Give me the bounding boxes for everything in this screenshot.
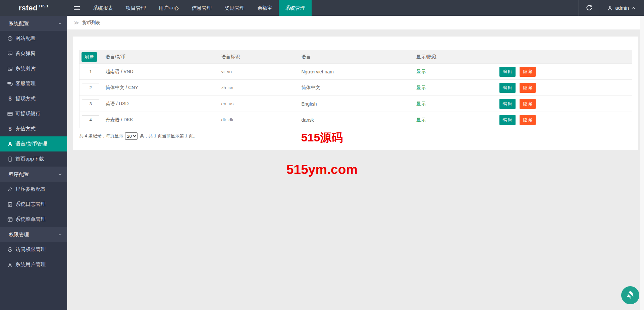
sidebar-item-access-permission[interactable]: 访问权限管理 xyxy=(0,242,67,257)
pagination: 共 4 条记录，每页显示 20 条，共 1 页当前显示第 1 页。 xyxy=(79,132,632,140)
table-header-row: 刷新 语言/货币 语言标识 语言 显示/隐藏 xyxy=(79,50,632,64)
user-menu[interactable]: admin xyxy=(600,0,644,16)
sidebar-item-system-menu[interactable]: 系统菜单管理 xyxy=(0,212,67,227)
mobile-icon xyxy=(7,157,13,162)
col-header-code: 语言标识 xyxy=(221,50,302,64)
status-cell: 显示 xyxy=(417,80,499,96)
clipboard-icon xyxy=(7,202,13,207)
hide-button[interactable]: 隐藏 xyxy=(520,83,536,93)
dollar-icon: $ xyxy=(7,126,13,132)
row-index-input[interactable] xyxy=(82,115,99,124)
sidebar-group-permission[interactable]: 权限管理 xyxy=(0,227,67,242)
nav-tab-user-center[interactable]: 用户中心 xyxy=(152,0,185,16)
nav-tab-system-management[interactable]: 系统管理 xyxy=(279,0,312,16)
row-index-input[interactable] xyxy=(82,83,99,92)
sidebar-item-system-logs[interactable]: 系统日志管理 xyxy=(0,197,67,212)
language-cell: Người việt nam xyxy=(302,64,417,80)
page-size-select[interactable]: 20 xyxy=(125,132,138,140)
table-row: 丹麦语 / DKK dk_dk dansk 显示 编辑 隐藏 xyxy=(79,112,632,128)
chevron-down-icon xyxy=(58,172,62,176)
sidebar-item-program-params[interactable]: 程序参数配置 xyxy=(0,182,67,197)
bank-card-icon xyxy=(7,111,13,117)
sidebar: 系统配置 网站配置 首页弹窗 系统图片 客服管理 $ 提现方式 可提现银行 $ … xyxy=(0,16,67,310)
sidebar-item-label: 可提现银行 xyxy=(15,111,41,117)
user-icon xyxy=(7,262,13,267)
currency-cell: 丹麦语 / DKK xyxy=(106,112,221,128)
sidebar-group-label: 权限管理 xyxy=(9,232,29,237)
edit-button[interactable]: 编辑 xyxy=(499,115,516,125)
sidebar-group-system-config[interactable]: 系统配置 xyxy=(0,16,67,31)
row-index-input[interactable] xyxy=(82,99,99,108)
nav-tab-project-management[interactable]: 项目管理 xyxy=(119,0,152,16)
table-row: 简体中文 / CNY zh_cn 简体中文 显示 编辑 隐藏 xyxy=(79,80,632,96)
sidebar-item-system-users[interactable]: 系统用户管理 xyxy=(0,257,67,272)
brand-version: TP5.1 xyxy=(39,4,48,8)
row-index-input[interactable] xyxy=(82,67,99,76)
currency-cell: 越南语 / VND xyxy=(106,64,221,80)
col-header-currency: 语言/货币 xyxy=(106,50,221,64)
language-cell: dansk xyxy=(302,112,417,128)
sidebar-item-label: 系统图片 xyxy=(15,65,36,72)
sidebar-item-language-currency[interactable]: A 语言/货币管理 xyxy=(0,136,67,151)
notification-off-button[interactable] xyxy=(621,286,639,304)
topbar-right: admin xyxy=(578,0,644,16)
shield-check-icon xyxy=(7,247,13,252)
code-cell: dk_dk xyxy=(221,112,302,128)
col-header-language: 语言 xyxy=(302,50,417,64)
pagination-text-before: 共 4 条记录，每页显示 xyxy=(79,133,123,139)
breadcrumb-bar: ≫ 货币列表 xyxy=(67,16,644,30)
hide-button[interactable]: 隐藏 xyxy=(520,115,536,125)
font-a-icon: A xyxy=(7,141,13,147)
edit-button[interactable]: 编辑 xyxy=(499,99,516,109)
sidebar-item-site-config[interactable]: 网站配置 xyxy=(0,31,67,46)
breadcrumb: 货币列表 xyxy=(82,20,100,26)
language-cell: 简体中文 xyxy=(302,80,417,96)
top-nav: 系统报表 项目管理 用户中心 信息管理 奖励管理 余额宝 系统管理 xyxy=(87,0,312,16)
table-row: 越南语 / VND vi_vn Người việt nam 显示 编辑 隐藏 xyxy=(79,64,632,80)
link-icon xyxy=(7,187,13,192)
edit-button[interactable]: 编辑 xyxy=(499,67,516,77)
username: admin xyxy=(615,5,629,11)
sidebar-item-label: 充值方式 xyxy=(15,126,36,132)
app-logo: rsted TP5.1 xyxy=(0,0,67,16)
hide-button[interactable]: 隐藏 xyxy=(520,99,536,109)
nav-tab-info-management[interactable]: 信息管理 xyxy=(185,0,218,16)
gauge-icon xyxy=(7,36,13,41)
menu-toggle-icon[interactable] xyxy=(67,0,87,16)
sidebar-item-recharge-method[interactable]: $ 充值方式 xyxy=(0,121,67,136)
sidebar-group-program-config[interactable]: 程序配置 xyxy=(0,167,67,182)
sidebar-item-home-app-download[interactable]: 首页app下载 xyxy=(0,151,67,167)
person-icon xyxy=(607,5,613,11)
nav-tab-system-reports[interactable]: 系统报表 xyxy=(87,0,119,16)
currency-cell: 简体中文 / CNY xyxy=(106,80,221,96)
status-cell: 显示 xyxy=(417,96,499,112)
sidebar-item-label: 程序参数配置 xyxy=(15,186,46,192)
sidebar-group-label: 系统配置 xyxy=(9,20,29,26)
nav-tab-yuebao[interactable]: 余额宝 xyxy=(251,0,279,16)
sidebar-item-label: 首页弹窗 xyxy=(15,50,36,57)
topbar: rsted TP5.1 系统报表 项目管理 用户中心 信息管理 奖励管理 余额宝… xyxy=(0,0,644,16)
nav-tab-reward-management[interactable]: 奖励管理 xyxy=(218,0,251,16)
table-row: 英语 / USD en_us English 显示 编辑 隐藏 xyxy=(79,96,632,112)
sidebar-item-withdraw-method[interactable]: $ 提现方式 xyxy=(0,91,67,106)
language-cell: English xyxy=(302,96,417,112)
code-cell: en_us xyxy=(221,96,302,112)
currency-list-card: 刷新 语言/货币 语言标识 语言 显示/隐藏 越南语 / VND vi_vn N… xyxy=(73,37,638,150)
refresh-icon[interactable] xyxy=(578,0,600,16)
sidebar-item-system-images[interactable]: 系统图片 xyxy=(0,61,67,76)
sidebar-item-label: 首页app下载 xyxy=(15,156,44,162)
currency-cell: 英语 / USD xyxy=(106,96,221,112)
sidebar-group-label: 程序配置 xyxy=(9,171,29,177)
sidebar-item-home-popup[interactable]: 首页弹窗 xyxy=(0,46,67,61)
sidebar-item-label: 访问权限管理 xyxy=(15,246,46,253)
sidebar-item-withdraw-banks[interactable]: 可提现银行 xyxy=(0,106,67,121)
sidebar-item-customer-service[interactable]: 客服管理 xyxy=(0,76,67,91)
hide-button[interactable]: 隐藏 xyxy=(520,67,536,77)
edit-button[interactable]: 编辑 xyxy=(499,83,516,93)
currency-table: 刷新 语言/货币 语言标识 语言 显示/隐藏 越南语 / VND vi_vn N… xyxy=(79,50,632,128)
scrollbar[interactable] xyxy=(640,16,644,310)
refresh-button[interactable]: 刷新 xyxy=(82,52,97,62)
status-cell: 显示 xyxy=(417,64,499,80)
sidebar-item-label: 提现方式 xyxy=(15,96,36,102)
chevron-down-icon xyxy=(58,21,62,25)
